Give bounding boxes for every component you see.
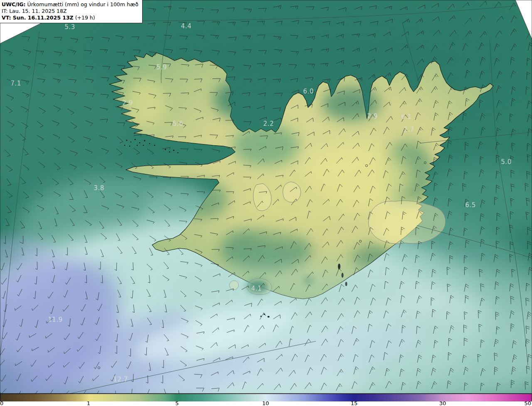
product-id: UWC/IG: — [2, 1, 26, 7]
coastal-precip-wash — [166, 265, 416, 311]
weather-map-screenshot: 5.34.47.15.92.96.02.96.12.75.62.25.03.86… — [0, 0, 532, 406]
colorbar-tick: 30 — [439, 400, 446, 406]
colorbar-tick: 15 — [351, 400, 358, 406]
precip-wind-map — [0, 0, 532, 394]
map-title-line: UWC/IG: Úrkomumætti (mm) og vindur i 100… — [2, 1, 138, 8]
precip-colorbar: 01510153050 — [0, 394, 532, 406]
colorbar-tick: 0 — [0, 400, 3, 406]
title-box: UWC/IG: Úrkomumætti (mm) og vindur i 100… — [0, 0, 143, 23]
colorbar-tick-labels: 01510153050 — [0, 401, 532, 406]
colorbar-tick: 10 — [262, 400, 269, 406]
colorbar-tick: 50 — [524, 400, 531, 406]
colorbar-tick: 5 — [175, 400, 179, 406]
map-area: 5.34.47.15.92.96.02.96.12.75.62.25.03.86… — [0, 0, 532, 394]
colorbar-tick: 1 — [87, 400, 90, 406]
init-time-line: IT: Lau. 15. 11. 2025 18Z — [2, 8, 138, 15]
valid-time-line: VT: Sun. 16.11.2025 13Z (+19 h) — [2, 15, 138, 21]
